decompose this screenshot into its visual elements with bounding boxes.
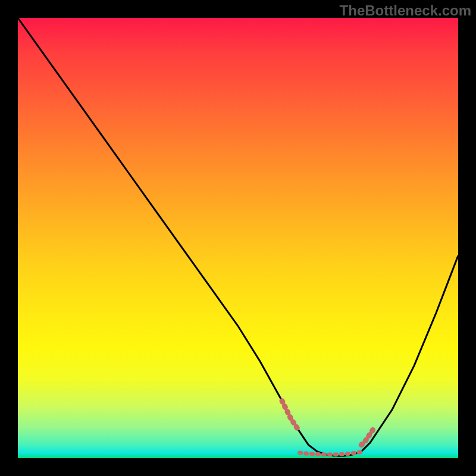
- watermark-text: TheBottleneck.com: [340, 2, 471, 19]
- optimal-markers: [282, 401, 374, 455]
- plot-area: [18, 18, 458, 458]
- curve-layer: [18, 18, 458, 458]
- bottleneck-curve: [18, 18, 458, 456]
- chart-container: TheBottleneck.com: [0, 0, 476, 476]
